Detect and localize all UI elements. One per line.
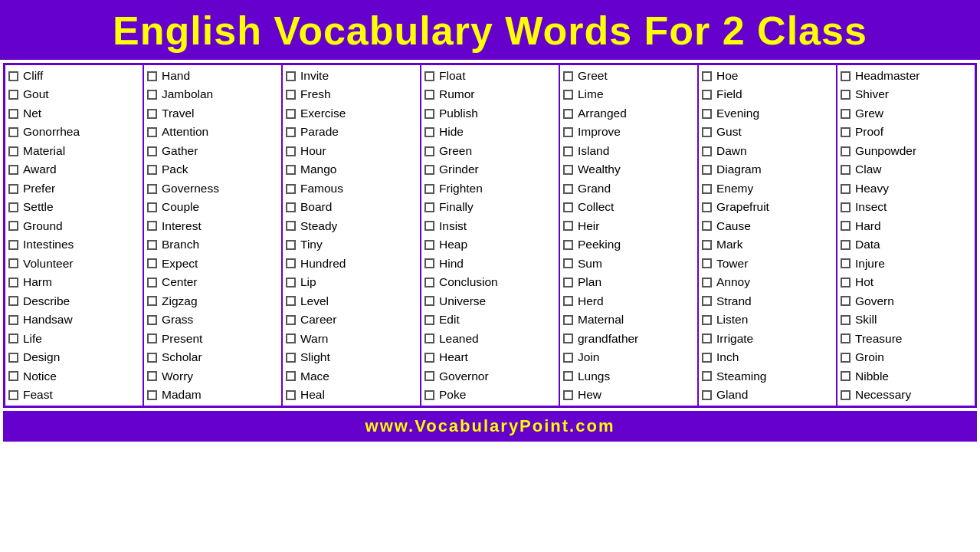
checkbox-icon[interactable] (841, 240, 851, 250)
checkbox-icon[interactable] (8, 278, 18, 288)
checkbox-icon[interactable] (147, 184, 157, 194)
checkbox-icon[interactable] (286, 278, 296, 288)
checkbox-icon[interactable] (702, 278, 712, 288)
checkbox-icon[interactable] (841, 109, 851, 119)
checkbox-icon[interactable] (424, 71, 434, 81)
checkbox-icon[interactable] (8, 146, 18, 156)
checkbox-icon[interactable] (702, 296, 712, 306)
checkbox-icon[interactable] (286, 334, 296, 343)
checkbox-icon[interactable] (424, 296, 434, 306)
checkbox-icon[interactable] (563, 109, 573, 119)
checkbox-icon[interactable] (147, 71, 157, 81)
checkbox-icon[interactable] (841, 315, 851, 325)
checkbox-icon[interactable] (8, 202, 18, 212)
checkbox-icon[interactable] (563, 165, 573, 175)
checkbox-icon[interactable] (702, 90, 712, 100)
checkbox-icon[interactable] (563, 334, 573, 343)
checkbox-icon[interactable] (8, 296, 18, 306)
checkbox-icon[interactable] (702, 109, 712, 119)
checkbox-icon[interactable] (147, 353, 157, 363)
checkbox-icon[interactable] (424, 390, 434, 400)
checkbox-icon[interactable] (147, 221, 157, 231)
checkbox-icon[interactable] (563, 278, 573, 288)
checkbox-icon[interactable] (424, 258, 434, 268)
checkbox-icon[interactable] (841, 371, 851, 381)
checkbox-icon[interactable] (147, 296, 157, 306)
checkbox-icon[interactable] (841, 221, 851, 231)
checkbox-icon[interactable] (424, 315, 434, 325)
checkbox-icon[interactable] (841, 296, 851, 306)
checkbox-icon[interactable] (147, 90, 157, 100)
checkbox-icon[interactable] (286, 315, 296, 325)
checkbox-icon[interactable] (286, 202, 296, 212)
checkbox-icon[interactable] (702, 240, 712, 250)
checkbox-icon[interactable] (8, 221, 18, 231)
checkbox-icon[interactable] (563, 371, 573, 381)
checkbox-icon[interactable] (147, 127, 157, 137)
checkbox-icon[interactable] (8, 258, 18, 268)
checkbox-icon[interactable] (8, 165, 18, 175)
checkbox-icon[interactable] (147, 109, 157, 119)
checkbox-icon[interactable] (286, 165, 296, 175)
checkbox-icon[interactable] (424, 184, 434, 194)
checkbox-icon[interactable] (702, 221, 712, 231)
checkbox-icon[interactable] (424, 221, 434, 231)
checkbox-icon[interactable] (8, 353, 18, 363)
checkbox-icon[interactable] (563, 353, 573, 363)
checkbox-icon[interactable] (8, 371, 18, 381)
checkbox-icon[interactable] (8, 71, 18, 81)
checkbox-icon[interactable] (8, 390, 18, 400)
checkbox-icon[interactable] (702, 258, 712, 268)
checkbox-icon[interactable] (702, 315, 712, 325)
checkbox-icon[interactable] (563, 127, 573, 137)
checkbox-icon[interactable] (286, 221, 296, 231)
checkbox-icon[interactable] (147, 334, 157, 343)
checkbox-icon[interactable] (8, 109, 18, 119)
checkbox-icon[interactable] (841, 127, 851, 137)
checkbox-icon[interactable] (563, 240, 573, 250)
checkbox-icon[interactable] (424, 109, 434, 119)
checkbox-icon[interactable] (286, 240, 296, 250)
checkbox-icon[interactable] (424, 165, 434, 175)
checkbox-icon[interactable] (424, 334, 434, 343)
checkbox-icon[interactable] (563, 390, 573, 400)
checkbox-icon[interactable] (147, 371, 157, 381)
checkbox-icon[interactable] (147, 390, 157, 400)
checkbox-icon[interactable] (841, 334, 851, 343)
checkbox-icon[interactable] (286, 127, 296, 137)
checkbox-icon[interactable] (702, 334, 712, 343)
checkbox-icon[interactable] (147, 315, 157, 325)
checkbox-icon[interactable] (563, 315, 573, 325)
checkbox-icon[interactable] (702, 184, 712, 194)
checkbox-icon[interactable] (841, 278, 851, 288)
checkbox-icon[interactable] (424, 240, 434, 250)
checkbox-icon[interactable] (841, 184, 851, 194)
checkbox-icon[interactable] (8, 90, 18, 100)
checkbox-icon[interactable] (424, 90, 434, 100)
checkbox-icon[interactable] (702, 202, 712, 212)
checkbox-icon[interactable] (8, 240, 18, 250)
checkbox-icon[interactable] (841, 71, 851, 81)
checkbox-icon[interactable] (841, 165, 851, 175)
checkbox-icon[interactable] (286, 90, 296, 100)
checkbox-icon[interactable] (702, 353, 712, 363)
checkbox-icon[interactable] (424, 202, 434, 212)
checkbox-icon[interactable] (424, 353, 434, 363)
checkbox-icon[interactable] (286, 353, 296, 363)
checkbox-icon[interactable] (147, 146, 157, 156)
checkbox-icon[interactable] (841, 146, 851, 156)
checkbox-icon[interactable] (563, 221, 573, 231)
checkbox-icon[interactable] (8, 184, 18, 194)
checkbox-icon[interactable] (563, 258, 573, 268)
checkbox-icon[interactable] (286, 296, 296, 306)
checkbox-icon[interactable] (147, 202, 157, 212)
checkbox-icon[interactable] (841, 258, 851, 268)
checkbox-icon[interactable] (424, 127, 434, 137)
checkbox-icon[interactable] (286, 371, 296, 381)
checkbox-icon[interactable] (147, 165, 157, 175)
checkbox-icon[interactable] (702, 165, 712, 175)
checkbox-icon[interactable] (563, 90, 573, 100)
checkbox-icon[interactable] (286, 184, 296, 194)
checkbox-icon[interactable] (702, 390, 712, 400)
checkbox-icon[interactable] (424, 146, 434, 156)
